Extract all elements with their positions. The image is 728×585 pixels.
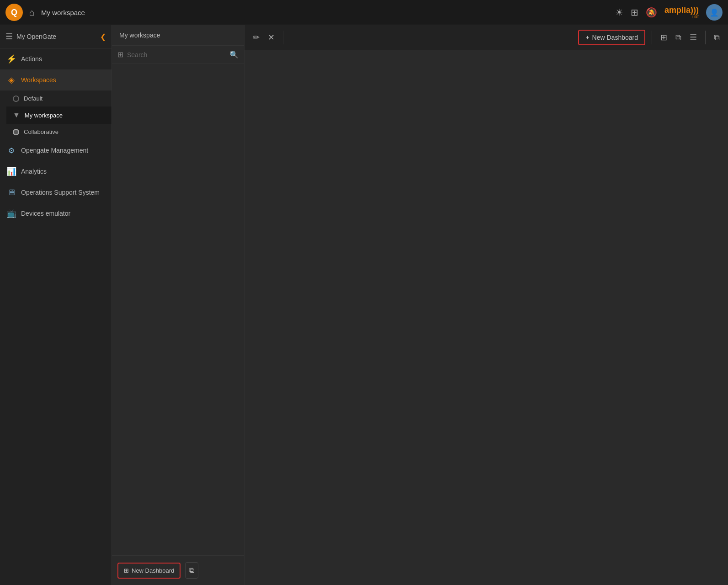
opengate-icon: ⚙ [6, 145, 16, 155]
devices-icon: 📺 [6, 208, 16, 218]
toolbar-copy-icon[interactable]: ⧉ [674, 31, 683, 44]
sidebar-collapse-button[interactable]: ❮ [100, 32, 106, 41]
logo-letter: Q [11, 8, 17, 17]
analytics-icon: 📊 [6, 166, 16, 176]
sidebar-header-left: ☰ My OpenGate [5, 32, 56, 42]
sidebar-header-label: My OpenGate [16, 33, 56, 40]
panel-footer: ⊞ New Dashboard ⧉ [112, 555, 244, 585]
panel-header: My workspace [112, 25, 244, 46]
panel-search-bar: ⊞ 🔍 [112, 46, 244, 64]
panel: My workspace ⊞ 🔍 ⊞ New Dashboard ⧉ [112, 25, 244, 585]
sidebar-subitem-myworkspace-label: My workspace [25, 112, 63, 119]
hamburger-icon[interactable]: ☰ [5, 32, 13, 42]
sidebar: ☰ My OpenGate ❮ ⚡ Actions ◈ Workspaces D… [0, 25, 112, 585]
sidebar-item-oss[interactable]: 🖥 Operations Support System [0, 182, 112, 203]
toolbar-list-icon[interactable]: ☰ [688, 31, 699, 44]
toolbar-grid-icon[interactable]: ⊞ [659, 31, 669, 44]
sidebar-item-workspaces-label: Workspaces [21, 76, 56, 84]
home-icon[interactable]: ⌂ [29, 7, 35, 18]
content-area: ✏ ✕ + New Dashboard ⊞ ⧉ ☰ ⧉ [244, 25, 728, 585]
bell-icon[interactable]: 🔕 [646, 7, 657, 18]
panel-search-input[interactable] [127, 51, 226, 58]
main-area: ☰ My OpenGate ❮ ⚡ Actions ◈ Workspaces D… [0, 25, 728, 585]
sidebar-item-opengate[interactable]: ⚙ Opengate Management [0, 140, 112, 161]
default-dot [13, 96, 19, 102]
sidebar-header: ☰ My OpenGate ❮ [0, 25, 112, 48]
panel-header-label: My workspace [119, 32, 160, 39]
workspaces-icon: ◈ [6, 75, 16, 85]
topbar-right: ☀ ⊞ 🔕 amplia))) iiot 👤 [615, 4, 723, 21]
workspaces-submenu: Default ▼ My workspace Collaborative [0, 90, 112, 140]
actions-icon: ⚡ [6, 54, 16, 64]
documents-icon[interactable]: ⊞ [631, 7, 638, 18]
search-magnifier-icon[interactable]: 🔍 [229, 50, 239, 59]
sidebar-item-analytics-label: Analytics [21, 168, 47, 175]
topbar: Q ⌂ My workspace ☀ ⊞ 🔕 amplia))) iiot 👤 [0, 0, 728, 25]
panel-new-dashboard-label: New Dashboard [132, 567, 174, 574]
panel-new-dashboard-icon: ⊞ [124, 567, 129, 574]
panel-search-icon: ⊞ [117, 50, 123, 59]
sidebar-item-actions-label: Actions [21, 55, 42, 63]
topbar-title: My workspace [41, 9, 611, 16]
app-logo[interactable]: Q [5, 4, 23, 21]
collaborative-dot [13, 129, 19, 135]
user-avatar[interactable]: 👤 [706, 4, 723, 21]
toolbar-divider-1 [283, 31, 283, 44]
sidebar-item-devices[interactable]: 📺 Devices emulator [0, 203, 112, 224]
toolbar-new-dashboard-plus-icon: + [585, 34, 589, 41]
sidebar-item-workspaces[interactable]: ◈ Workspaces [0, 69, 112, 90]
sidebar-subitem-default[interactable]: Default [6, 90, 112, 106]
sidebar-subitem-default-label: Default [24, 95, 43, 102]
sidebar-item-analytics[interactable]: 📊 Analytics [0, 161, 112, 182]
sun-icon[interactable]: ☀ [615, 7, 623, 18]
toolbar-divider-2 [652, 31, 652, 44]
toolbar-close-icon[interactable]: ✕ [266, 31, 276, 44]
sidebar-item-oss-label: Operations Support System [21, 189, 100, 196]
toolbar-extra-icon[interactable]: ⧉ [712, 31, 722, 44]
sidebar-subitem-collaborative[interactable]: Collaborative [6, 124, 112, 140]
brand-name: amplia))) [664, 6, 699, 14]
panel-copy-button[interactable]: ⧉ [185, 562, 198, 579]
sidebar-item-opengate-label: Opengate Management [21, 147, 88, 154]
content-toolbar: ✏ ✕ + New Dashboard ⊞ ⧉ ☰ ⧉ [244, 25, 728, 50]
myworkspace-icon: ▼ [13, 111, 20, 119]
panel-copy-icon: ⧉ [189, 566, 194, 574]
panel-new-dashboard-button[interactable]: ⊞ New Dashboard [117, 563, 181, 579]
toolbar-new-dashboard-button[interactable]: + New Dashboard [578, 30, 645, 45]
sidebar-item-devices-label: Devices emulator [21, 210, 70, 217]
oss-icon: 🖥 [6, 187, 16, 197]
brand-sub: iiot [692, 14, 699, 19]
sidebar-subitem-myworkspace[interactable]: ▼ My workspace [6, 106, 112, 124]
brand-logo: amplia))) iiot [664, 6, 699, 19]
sidebar-subitem-collaborative-label: Collaborative [24, 128, 58, 135]
content-main [244, 50, 728, 585]
sidebar-item-actions[interactable]: ⚡ Actions [0, 48, 112, 69]
toolbar-new-dashboard-label: New Dashboard [592, 34, 638, 41]
toolbar-divider-3 [705, 31, 706, 44]
toolbar-edit-icon[interactable]: ✏ [251, 31, 261, 44]
